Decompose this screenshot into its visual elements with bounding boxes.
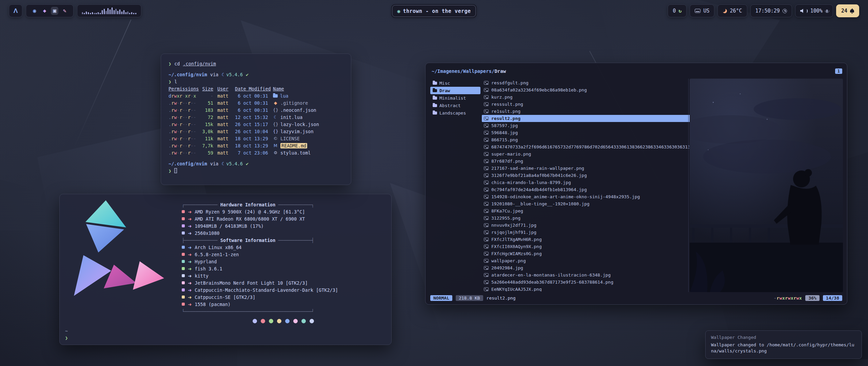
image-file-icon [484,88,489,92]
sidebar-folder-abstract[interactable]: Abstract [430,102,480,109]
updates-module[interactable]: 0 ↻ [668,4,687,17]
file-name: 5a266e448add93deab367d87173e9f25-6837886… [491,280,613,285]
notification-title: Wallpaper Changed [711,335,856,340]
file-item[interactable]: 19201080-__blue-tinge__-1920×1080.jpg [482,200,691,207]
visualizer-bar [100,13,101,14]
file-item[interactable]: 866715.png [482,136,691,143]
terminal-command-line: ❯l [169,78,343,85]
visualizer-bar [92,12,93,14]
file-item[interactable]: 3126f7e9bbf21a8a4af0b67b041c6e26.jpg [482,172,691,179]
image-file-icon [484,102,489,106]
file-item[interactable]: 0c794faf07de24a4db4d4fb1eb813964.jpg [482,186,691,193]
fetch-shell-prompt[interactable]: ~ ❯ [65,328,68,341]
file-item[interactable]: 3122955.png [482,215,691,222]
keyboard-layout-module[interactable]: US [690,4,714,17]
info-line: ➜fish 3.6.1 [182,265,384,272]
sidebar-folder-misc[interactable]: Misc [430,79,480,87]
info-text: 10948MiB / 64183MiB (17%) [195,223,263,229]
ls-row: .rw-r--r--183matt 6 oct 00:31{}.neoconf.… [169,106,343,114]
music-module[interactable]: ◉ thrown - on the verge [392,5,476,17]
file-item[interactable]: 217167-sad-anime-rain-wallpaper.png [482,165,691,172]
folder-icon [433,97,437,100]
workspaces-module: ◉◆▣✎ [26,4,74,17]
workspace-button-2[interactable]: ◆ [41,7,48,15]
ls-row: .rw-r--r--7,7kmatt18 oct 13:29MREADME.md [169,142,343,149]
file-item[interactable]: kurz.png [482,94,691,101]
file-item[interactable]: nnvuv0xj2df71.jpg [482,222,691,229]
file-item[interactable]: ressdfgult.png [482,79,691,86]
moon-icon [723,9,727,13]
file-item[interactable]: wallpaper.png [482,257,691,264]
sidebar-folder-draw[interactable]: Draw [430,87,480,94]
file-name: 08a634fa02a32364f69ebc86a98eb1eb.png [491,87,587,93]
terminal-input-line[interactable]: ❯ [169,167,343,174]
file-size-badge: 218.8 KB [456,295,483,301]
text-cursor [174,168,177,173]
tab-badge[interactable]: 1 [835,68,842,74]
info-line: ➜Arch Linux x86_64 [182,244,384,251]
file-item[interactable]: 596848.jpg [482,129,691,136]
file-item[interactable]: rsjqojlmjhf91.jpg [482,229,691,236]
file-name: rsjqojlmjhf91.jpg [491,230,536,235]
file-item[interactable]: atardecer-en-la-montanas-ilustracion-634… [482,271,691,279]
file-item[interactable]: 87r687df.png [482,158,691,165]
file-item[interactable]: 08a634fa02a32364f69ebc86a98eb1eb.png [482,86,691,94]
image-file-icon [484,223,489,227]
volume-level: 100% [810,8,823,14]
file-name: FXfcJlTXgAMvH6R.png [491,237,542,242]
json-icon: {} [273,107,278,113]
volume-module[interactable]: 100% [795,4,833,17]
visualizer-bar [107,8,108,14]
visualizer-bar [135,13,136,14]
file-item[interactable]: result2.png [482,115,691,122]
breadcrumb-path: ~/Imagenes/Wallpapers/ [432,68,494,74]
weather-module[interactable]: 26°C [717,4,747,17]
file-item[interactable]: resssult.png [482,101,691,108]
file-name: 217167-sad-anime-rain-wallpaper.png [491,166,584,171]
terminal-color-palette [182,319,384,323]
image-file-icon [484,166,489,170]
arrow-icon: ➜ [188,216,192,222]
shell-icon [182,267,185,270]
file-item[interactable]: 8FKa7Cu.jpeg [482,207,691,215]
info-text: 1558 (pacman) [195,302,231,307]
visualizer-bar [88,12,89,14]
workspace-button-1[interactable]: ◉ [31,7,38,15]
clock-module[interactable]: 17:50:29 [750,4,792,17]
folder-icon [433,89,437,92]
file-name: 3126f7e9bbf21a8a4af0b67b041c6e26.jpg [491,173,587,178]
preview-image [690,79,843,292]
workspace-button-4[interactable]: ✎ [61,7,68,15]
info-text: kitty [195,273,209,279]
file-item[interactable]: 587597.jpg [482,122,691,129]
ls-row: .rw-r--r--59matt 7 oct 23:06⚙stylua.toml [169,149,343,156]
file-item[interactable]: 68747470733a2f2f696d616765732d7769786d70… [482,143,691,150]
command-arg: .config/nvim [183,61,216,66]
icon-theme-icon [182,296,185,299]
sidebar-folder-landscapes[interactable]: Landscapes [430,109,480,117]
kernel-icon [182,253,185,256]
file-item[interactable]: FXfcII0X0AQyn9X.png [482,243,691,250]
git-icon: ◆ [273,100,278,105]
visualizer-bar [94,13,95,14]
notification-popup[interactable]: Wallpaper Changed Wallpaper changed to /… [705,330,862,359]
file-item[interactable]: re1sult.png [482,108,691,115]
image-file-icon [484,152,489,156]
memory-icon [182,224,185,227]
license-icon: © [273,136,278,141]
file-item[interactable]: EeNKYgIUcAAJ5JX.png [482,286,691,291]
file-item[interactable]: 5a266e448add93deab367d87173e9f25-6837886… [482,279,691,286]
display-icon [182,231,185,235]
file-item[interactable]: 20492984.jpg [482,264,691,271]
file-item[interactable]: 154928-odinokoe_anime-art-anime-okno-sin… [482,193,691,200]
info-line: ➜Hyprland [182,258,384,265]
file-item[interactable]: FXfcJlTXgAMvH6R.png [482,236,691,243]
notifications-module[interactable]: 24 [836,4,859,17]
file-item[interactable]: super-mario.png [482,150,691,158]
file-item[interactable]: chica-mirando-la-luna-8799.jpg [482,179,691,186]
sidebar-folder-minimalist[interactable]: Minimalist [430,94,480,102]
hardware-section-header: ┌──────────── Hardware Information ─────… [182,201,384,208]
file-item[interactable]: FXfcHgcWIAMzs0G.png [482,250,691,257]
launcher-button[interactable]: Λ [9,4,22,17]
workspace-button-3[interactable]: ▣ [51,7,58,15]
